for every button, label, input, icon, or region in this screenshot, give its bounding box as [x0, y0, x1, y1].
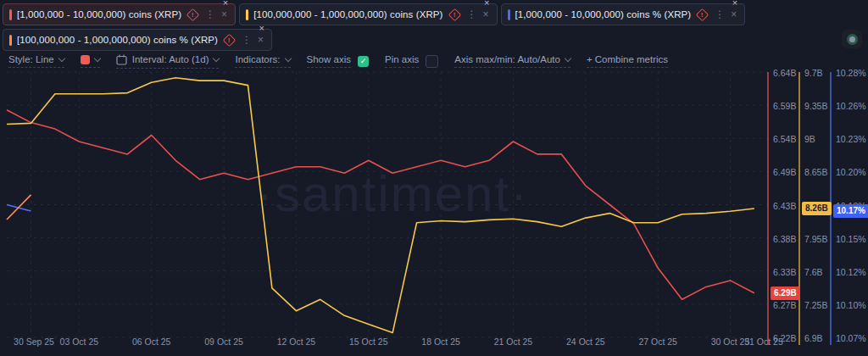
- chart-plot: [0, 71, 868, 356]
- x-axis-date-label: 15 Oct 25: [342, 337, 396, 347]
- show-axis-group: Show axis ✓: [307, 54, 369, 68]
- red-axis-tick-label: 6.43B: [773, 202, 796, 211]
- red-axis-tick-label: 6.54B: [773, 135, 796, 144]
- red-last-value-badge: 6.29B: [771, 286, 800, 300]
- metric-tabs-row-2: [100,000,000 - 1,000,000,000) coins % (X…: [3, 29, 834, 51]
- chart-toolbar: Style: Line Interval: Auto (1d) Indicato…: [0, 51, 868, 71]
- tab-corner-close-icon[interactable]: ×: [732, 0, 737, 8]
- close-icon[interactable]: ×: [483, 9, 489, 19]
- chevron-down-icon: [284, 54, 291, 61]
- metric-tab[interactable]: [100,000,000 - 1,000,000,000) coins (XRP…: [239, 3, 497, 25]
- tab-label: [100,000,000 - 1,000,000,000) coins % (X…: [17, 35, 218, 45]
- metric-tabs: [1,000,000 - 10,000,000) coins (XRP)!⋮××…: [3, 3, 834, 54]
- x-axis-date-label: 06 Oct 25: [125, 337, 179, 347]
- combine-metrics-label: + Combine metrics: [587, 54, 668, 64]
- kebab-menu-icon[interactable]: ⋮: [204, 9, 216, 19]
- alert-icon[interactable]: !: [223, 33, 236, 47]
- tab-label: [1,000,000 - 10,000,000) coins % (XRP): [515, 9, 692, 19]
- chart-status-button[interactable]: [842, 30, 862, 48]
- alert-icon[interactable]: !: [448, 8, 461, 21]
- close-icon[interactable]: ×: [731, 9, 737, 19]
- x-axis-date-label: 03 Oct 25: [52, 337, 106, 347]
- blue-axis-tick-label: 10.23%: [836, 135, 866, 144]
- red-axis-tick-label: 6.38B: [773, 235, 796, 244]
- red-axis-tick-label: 6.64B: [773, 69, 796, 78]
- chart-canvas[interactable]: ·santiment· 6.64B6.59B6.54B6.49B6.43B6.3…: [0, 71, 868, 356]
- alert-exclamation: !: [701, 11, 704, 18]
- blue-axis-tick-label: 10.26%: [836, 102, 866, 111]
- x-axis-date-label: 21 Oct 25: [486, 337, 540, 347]
- metric-tab[interactable]: [100,000,000 - 1,000,000,000) coins % (X…: [3, 29, 272, 51]
- yellow-axis-tick-label: 9.7B: [804, 69, 823, 78]
- yellow-axis-tick-label: 7.95B: [804, 235, 827, 244]
- style-control[interactable]: Style: Line: [8, 54, 64, 68]
- series-color-control[interactable]: [81, 55, 100, 68]
- alert-exclamation: !: [228, 36, 231, 43]
- yellow-axis-tick-label: 9B: [804, 135, 815, 144]
- blue-axis-tick-label: 10.12%: [836, 268, 866, 277]
- metric-tab[interactable]: [1,000,000 - 10,000,000) coins (XRP)!⋮××: [3, 3, 236, 25]
- yellow-axis-tick-label: 8.65B: [804, 168, 827, 177]
- pin-axis-checkbox[interactable]: [426, 55, 438, 68]
- record-icon: [847, 34, 858, 45]
- blue-axis-tick-label: 10.07%: [836, 334, 866, 343]
- yellow-axis-tick-label: 6.9B: [804, 334, 823, 343]
- kebab-menu-icon[interactable]: ⋮: [466, 9, 478, 19]
- close-icon[interactable]: ×: [258, 35, 264, 45]
- red-axis-tick-label: 6.33B: [773, 268, 796, 277]
- show-axis-label: Show axis: [307, 54, 351, 68]
- axis-maxmin-control[interactable]: Axis max/min: Auto/Auto: [454, 54, 570, 68]
- tab-label: [1,000,000 - 10,000,000) coins (XRP): [17, 9, 181, 19]
- indicators-control[interactable]: Indicators:: [235, 54, 290, 68]
- kebab-menu-icon[interactable]: ⋮: [241, 35, 253, 45]
- tab-corner-close-icon[interactable]: ×: [259, 24, 264, 33]
- combine-metrics-button[interactable]: + Combine metrics: [587, 54, 668, 68]
- alert-icon[interactable]: !: [696, 8, 709, 21]
- tab-accent-bar: [9, 9, 12, 20]
- x-axis-date-label: 18 Oct 25: [414, 337, 468, 347]
- x-axis-date-label: 09 Oct 25: [197, 337, 251, 347]
- santiment-chart-app: [1,000,000 - 10,000,000) coins (XRP)!⋮××…: [0, 0, 868, 356]
- yellow-axis-tick-label: 9.35B: [804, 102, 827, 111]
- close-icon[interactable]: ×: [221, 9, 227, 19]
- x-axis-date-label: 27 Oct 25: [631, 337, 685, 347]
- tab-corner-close-icon[interactable]: ×: [484, 0, 489, 8]
- calendar-icon: [116, 54, 127, 65]
- red-axis-tick-label: 6.49B: [773, 168, 796, 177]
- yellow-last-value-badge: 8.26B: [802, 202, 832, 215]
- yellow-axis-tick-label: 7.6B: [804, 268, 823, 277]
- series-line: [7, 78, 754, 333]
- tab-accent-bar: [508, 9, 510, 20]
- alert-icon[interactable]: !: [186, 8, 200, 21]
- blue-last-value-badge: 10.17%: [833, 204, 868, 218]
- interval-label: Interval: Auto (1d): [132, 54, 209, 64]
- interval-control[interactable]: Interval: Auto (1d): [116, 54, 220, 69]
- blue-axis-tick-label: 10.20%: [836, 168, 866, 177]
- alert-exclamation: !: [453, 11, 456, 18]
- metric-tab[interactable]: [1,000,000 - 10,000,000) coins % (XRP)!⋮…: [501, 3, 746, 25]
- red-axis-tick-label: 6.27B: [773, 301, 796, 310]
- axis-maxmin-label: Axis max/min: Auto/Auto: [454, 54, 560, 64]
- pin-axis-group: Pin axis: [385, 54, 438, 68]
- red-axis-tick-label: 6.59B: [773, 102, 796, 111]
- tab-label: [100,000,000 - 1,000,000,000) coins (XRP…: [253, 9, 442, 19]
- kebab-menu-icon[interactable]: ⋮: [714, 9, 726, 19]
- show-axis-checkbox[interactable]: ✓: [358, 56, 369, 67]
- blue-axis-tick-label: 10.10%: [836, 301, 866, 310]
- alert-exclamation: !: [192, 11, 194, 18]
- chevron-down-icon: [565, 54, 571, 61]
- x-axis-date-label: 24 Oct 25: [559, 337, 613, 347]
- tab-corner-close-icon[interactable]: ×: [223, 0, 228, 8]
- metric-tabs-row-1: [1,000,000 - 10,000,000) coins (XRP)!⋮××…: [3, 3, 834, 25]
- tab-accent-bar: [246, 9, 248, 20]
- chevron-down-icon: [93, 54, 100, 61]
- pin-axis-label: Pin axis: [385, 54, 419, 68]
- indicators-label: Indicators:: [235, 54, 280, 64]
- blue-axis-tick-label: 10.15%: [836, 235, 866, 244]
- color-swatch: [81, 55, 90, 64]
- x-axis-date-label: 31 Oct 25: [737, 337, 791, 347]
- chevron-down-icon: [58, 54, 64, 61]
- style-label: Style: Line: [8, 54, 54, 64]
- yellow-axis-tick-label: 7.25B: [804, 301, 827, 310]
- x-axis-date-label: 12 Oct 25: [269, 337, 323, 347]
